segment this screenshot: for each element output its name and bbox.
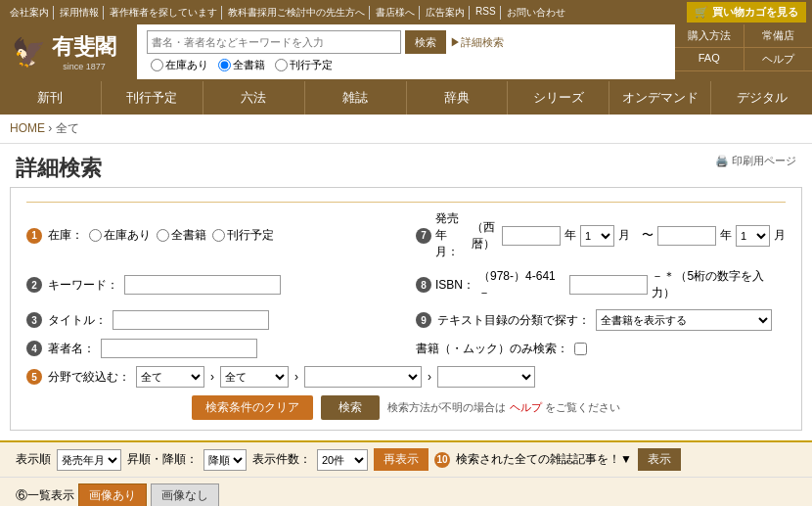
circle-5: 5 bbox=[26, 369, 42, 385]
header-right: 購入方法 常備店 FAQ ヘルプ bbox=[675, 24, 812, 79]
header: 🦅 有斐閣 since 1877 検索 ▶詳細検索 在庫あり 全書籍 刊行予定 bbox=[0, 24, 812, 81]
author-input[interactable] bbox=[101, 339, 257, 358]
release-year2-input[interactable] bbox=[657, 226, 716, 246]
label-author: 著者名： bbox=[48, 341, 95, 357]
view-label: ⑥一覧表示 bbox=[16, 487, 74, 504]
search-row: 検索 ▶詳細検索 bbox=[147, 30, 665, 54]
nav-digital[interactable]: デジタル bbox=[711, 81, 812, 115]
filter-select3[interactable] bbox=[304, 366, 422, 388]
release-year1-input[interactable] bbox=[502, 226, 561, 246]
isbn-prefix: （978-）4-641－ bbox=[478, 268, 565, 301]
radio-planned-label[interactable]: 刊行予定 bbox=[275, 58, 333, 72]
label-filter: 分野で絞込む： bbox=[48, 369, 130, 386]
results-bar: 表示順 発売年月 昇順・降順： 降順 表示件数： 20件 50件 100件 再表… bbox=[0, 440, 812, 478]
nav-link-rss[interactable]: RSS bbox=[472, 6, 501, 20]
nav-link-company[interactable]: 会社案内 bbox=[6, 6, 54, 20]
stock-radio2-label[interactable]: 全書籍 bbox=[157, 227, 206, 244]
clear-button[interactable]: 検索条件のクリア bbox=[192, 395, 313, 420]
books-only-row: 書籍（・ムック）のみ検索： bbox=[416, 339, 786, 358]
circle-3: 3 bbox=[26, 312, 42, 328]
nav-link-authors[interactable]: 著作権者を探しています bbox=[106, 6, 222, 20]
header-search-area: 検索 ▶詳細検索 在庫あり 全書籍 刊行予定 bbox=[137, 24, 675, 79]
page-title: 詳細検索 bbox=[16, 154, 102, 183]
breadcrumb-current: 全て bbox=[56, 121, 79, 135]
regular-store-btn[interactable]: 常備店 bbox=[744, 24, 813, 48]
nav-link-teachers[interactable]: 教科書採用ご検討中の先生方へ bbox=[224, 6, 370, 20]
stock-radio1-label[interactable]: 在庫あり bbox=[89, 227, 151, 244]
stock-radio3-label[interactable]: 刊行予定 bbox=[212, 227, 274, 244]
nav-new[interactable]: 新刊 bbox=[0, 81, 102, 115]
filter-row: 5 分野で絞込む： 全て › 全て › › bbox=[26, 366, 786, 388]
text-catalog-select[interactable]: 全書籍を表示する 法学政治学経済学社会学 bbox=[596, 309, 772, 331]
nav-link-bookstore[interactable]: 書店様へ bbox=[372, 6, 420, 20]
nav-link-recruit[interactable]: 採用情報 bbox=[56, 6, 104, 20]
stock-radio2[interactable] bbox=[157, 229, 169, 242]
logo-text-area: 有斐閣 since 1877 bbox=[52, 32, 116, 71]
results-message: 検索された全ての雑誌記事を！▼ bbox=[456, 451, 632, 468]
keyword-input[interactable] bbox=[124, 275, 281, 295]
radio-stock-label[interactable]: 在庫あり bbox=[151, 58, 208, 72]
order-label: 昇順・降順： bbox=[127, 451, 198, 468]
isbn-suffix: －＊（5桁の数字を入力） bbox=[652, 268, 786, 301]
help-text: 検索方法が不明の場合は ヘルプ をご覧ください bbox=[387, 400, 619, 415]
circle-1: 1 bbox=[26, 228, 42, 244]
label-release: 発売年月： bbox=[435, 210, 468, 260]
nav-dictionary[interactable]: 辞典 bbox=[407, 81, 509, 115]
count-select[interactable]: 20件 50件 100件 bbox=[317, 449, 368, 471]
books-only-checkbox[interactable] bbox=[574, 343, 587, 355]
release-month1-select[interactable]: 1234 5678 9101112 bbox=[580, 225, 614, 247]
filter-select2[interactable]: 全て bbox=[220, 366, 289, 388]
stock-radio3[interactable] bbox=[212, 229, 225, 242]
breadcrumb-home[interactable]: HOME bbox=[10, 121, 45, 135]
search-button[interactable]: 検索 bbox=[405, 30, 446, 54]
title-input[interactable] bbox=[113, 310, 269, 330]
display-button[interactable]: 表示 bbox=[638, 448, 681, 471]
radio-row: 在庫あり 全書籍 刊行予定 bbox=[147, 58, 665, 72]
buy-method-btn[interactable]: 購入方法 bbox=[675, 24, 744, 48]
faq-btn[interactable]: FAQ bbox=[675, 48, 744, 71]
nav-magazine[interactable]: 雑誌 bbox=[305, 81, 407, 115]
order-select[interactable]: 降順 bbox=[203, 449, 247, 471]
logo-bird-icon: 🦅 bbox=[12, 36, 46, 69]
radio-all-label[interactable]: 全書籍 bbox=[218, 58, 265, 72]
redisplay-button[interactable]: 再表示 bbox=[374, 448, 429, 471]
search-form: 1 在庫： 在庫あり 全書籍 刊行予定 7 発売年月： （西暦） 年 1234 bbox=[10, 187, 802, 431]
label-title: タイトル： bbox=[48, 312, 107, 329]
nav-law[interactable]: 六法 bbox=[203, 81, 305, 115]
radio-all[interactable] bbox=[218, 59, 231, 71]
nav-ondemand[interactable]: オンデマンド bbox=[609, 81, 711, 115]
nav-series[interactable]: シリーズ bbox=[508, 81, 609, 115]
circle-10: 10 bbox=[434, 452, 450, 468]
arrow3: › bbox=[428, 370, 431, 384]
nav-planned[interactable]: 刊行予定 bbox=[102, 81, 203, 115]
isbn-input[interactable] bbox=[569, 275, 648, 295]
count-label: 表示件数： bbox=[252, 451, 311, 468]
view-no-image-button[interactable]: 画像なし bbox=[151, 483, 219, 506]
search-submit-button[interactable]: 検索 bbox=[321, 395, 380, 420]
radio-planned[interactable] bbox=[275, 59, 288, 71]
help-btn[interactable]: ヘルプ bbox=[744, 48, 813, 71]
circle-7: 7 bbox=[416, 228, 431, 244]
radio-stock[interactable] bbox=[151, 59, 163, 71]
sort-select[interactable]: 発売年月 bbox=[57, 449, 121, 471]
top-nav-links: 会社案内 採用情報 著作権者を探しています 教科書採用ご検討中の先生方へ 書店様… bbox=[6, 6, 569, 20]
release-prefix: （西暦） bbox=[472, 219, 498, 253]
search-input[interactable] bbox=[147, 30, 401, 54]
filter-select4[interactable] bbox=[437, 366, 535, 388]
circle-2: 2 bbox=[26, 277, 42, 293]
nav-link-contact[interactable]: お問い合わせ bbox=[503, 6, 569, 20]
release-month2-select[interactable]: 1234 5678 9101112 bbox=[736, 225, 770, 247]
view-with-image-button[interactable]: 画像あり bbox=[78, 483, 147, 506]
release-month-label: 月 〜 bbox=[618, 227, 654, 244]
stock-radio1[interactable] bbox=[89, 229, 102, 242]
print-link[interactable]: 🖨️ 印刷用ページ bbox=[715, 154, 796, 168]
cart-button[interactable]: 🛒 買い物カゴを見る bbox=[687, 2, 806, 23]
filter-select1[interactable]: 全て bbox=[136, 366, 204, 388]
detail-search-link[interactable]: ▶詳細検索 bbox=[450, 35, 504, 50]
page-header: 詳細検索 🖨️ 印刷用ページ bbox=[0, 144, 812, 187]
breadcrumb-separator: › bbox=[48, 121, 52, 135]
isbn-row: 8 ISBN： （978-）4-641－ －＊（5桁の数字を入力） bbox=[416, 268, 786, 301]
help-link[interactable]: ヘルプ bbox=[510, 401, 542, 413]
nav-link-ad[interactable]: 広告案内 bbox=[422, 6, 470, 20]
label-isbn: ISBN： bbox=[435, 277, 474, 294]
